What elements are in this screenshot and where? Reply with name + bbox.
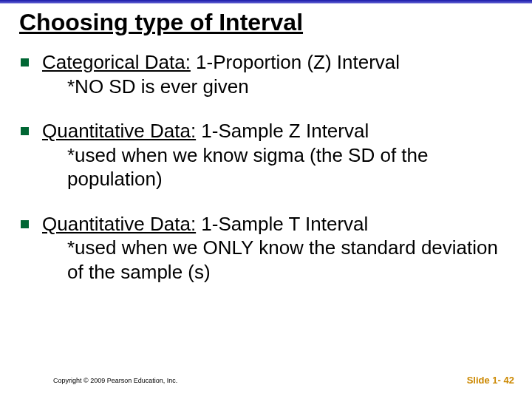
- slide-title: Choosing type of Interval: [19, 9, 303, 36]
- content-area: Categorical Data: 1-Proportion (Z) Inter…: [21, 50, 514, 304]
- bullet-rest: 1-Sample Z Interval: [196, 120, 369, 142]
- bullet-rest: 1-Proportion (Z) Interval: [191, 51, 400, 73]
- copyright-text: Copyright © 2009 Pearson Education, Inc.: [53, 377, 177, 384]
- bullet-body: Categorical Data: 1-Proportion (Z) Inter…: [42, 50, 514, 98]
- bullet-lead: Quantitative Data:: [42, 120, 196, 142]
- bullet-square-icon: [21, 220, 29, 228]
- slide-number: Slide 1- 42: [467, 375, 514, 386]
- bullet-square-icon: [21, 58, 29, 66]
- list-item: Categorical Data: 1-Proportion (Z) Inter…: [21, 50, 514, 98]
- list-item: Quantitative Data: 1-Sample Z Interval *…: [21, 119, 514, 191]
- bullet-sub: *used when we ONLY know the standard dev…: [67, 236, 514, 284]
- bullet-square-icon: [21, 127, 29, 135]
- bullet-sub: *used when we know sigma (the SD of the …: [67, 143, 514, 191]
- accent-bar: [0, 0, 532, 4]
- bullet-lead: Quantitative Data:: [42, 213, 196, 235]
- list-item: Quantitative Data: 1-Sample T Interval *…: [21, 212, 514, 284]
- bullet-sub: *NO SD is ever given: [67, 75, 514, 99]
- bullet-body: Quantitative Data: 1-Sample Z Interval *…: [42, 119, 514, 191]
- bullet-body: Quantitative Data: 1-Sample T Interval *…: [42, 212, 514, 284]
- bullet-lead: Categorical Data:: [42, 51, 191, 73]
- bullet-rest: 1-Sample T Interval: [196, 213, 368, 235]
